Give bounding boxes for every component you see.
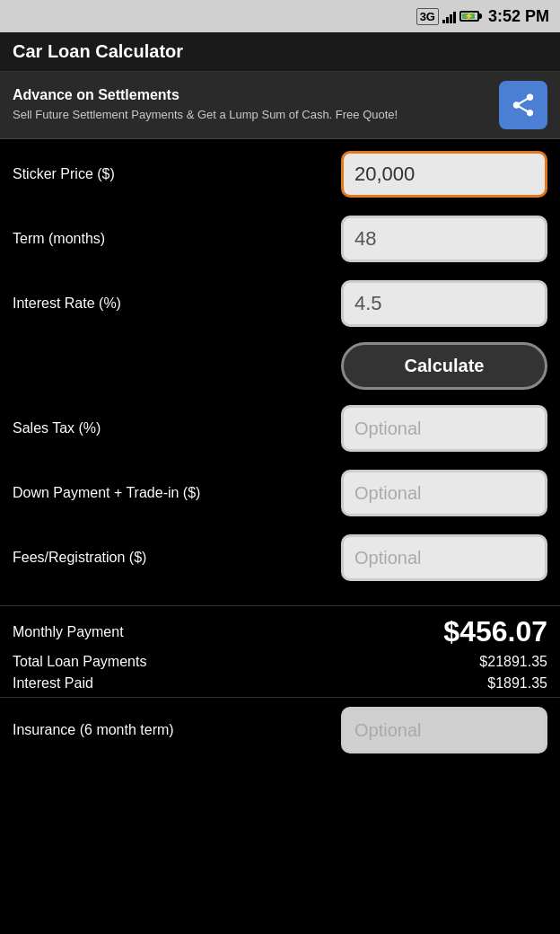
monthly-payment-row: Monthly Payment $456.07 [13, 615, 547, 648]
interest-paid-value: $1891.35 [487, 675, 547, 692]
sticker-price-label: Sticker Price ($) [13, 166, 341, 182]
ad-text-content: Advance on Settlements Sell Future Settl… [13, 87, 490, 123]
3g-icon: 3G [416, 8, 439, 25]
calculate-button[interactable]: Calculate [341, 342, 547, 390]
ad-subtitle: Sell Future Settlement Payments & Get a … [13, 107, 490, 123]
insurance-label: Insurance (6 month term) [13, 722, 341, 738]
fees-registration-label: Fees/Registration ($) [13, 550, 341, 566]
ad-banner: Advance on Settlements Sell Future Settl… [0, 72, 560, 139]
form-area: Sticker Price ($) Term (months) Interest… [0, 139, 560, 605]
total-payments-label: Total Loan Payments [13, 654, 146, 670]
fees-registration-input[interactable] [341, 534, 547, 581]
sticker-price-input[interactable] [341, 151, 547, 198]
term-row: Term (months) [13, 213, 547, 265]
sales-tax-label: Sales Tax (%) [13, 420, 341, 436]
monthly-payment-label: Monthly Payment [13, 624, 124, 640]
fees-registration-row: Fees/Registration ($) [13, 532, 547, 584]
term-label: Term (months) [13, 231, 341, 247]
down-payment-input[interactable] [341, 470, 547, 516]
sales-tax-row: Sales Tax (%) [13, 402, 547, 454]
down-payment-row: Down Payment + Trade-in ($) [13, 467, 547, 519]
insurance-input[interactable] [341, 707, 547, 753]
sticker-price-row: Sticker Price ($) [13, 148, 547, 200]
interest-paid-row: Interest Paid $1891.35 [13, 675, 547, 692]
results-area: Monthly Payment $456.07 Total Loan Payme… [0, 605, 560, 692]
status-bar: 3G ⚡ 3:52 PM [0, 0, 560, 32]
app-titlebar: Car Loan Calculator [0, 32, 560, 72]
insurance-row: Insurance (6 month term) [0, 697, 560, 762]
interest-rate-label: Interest Rate (%) [13, 295, 341, 312]
interest-paid-label: Interest Paid [13, 675, 93, 692]
interest-rate-row: Interest Rate (%) [13, 278, 547, 330]
monthly-payment-value: $456.07 [443, 615, 547, 648]
total-payments-row: Total Loan Payments $21891.35 [13, 654, 547, 670]
status-icons: 3G ⚡ 3:52 PM [416, 7, 549, 26]
total-payments-value: $21891.35 [479, 654, 547, 670]
sales-tax-input[interactable] [341, 405, 547, 452]
ad-share-button[interactable] [499, 81, 547, 129]
battery-icon: ⚡ [459, 11, 479, 22]
ad-title: Advance on Settlements [13, 87, 490, 103]
status-time: 3:52 PM [488, 7, 549, 26]
down-payment-label: Down Payment + Trade-in ($) [13, 485, 341, 501]
app-title: Car Loan Calculator [13, 41, 183, 61]
term-input[interactable] [341, 216, 547, 262]
interest-rate-input[interactable] [341, 280, 547, 327]
signal-icon [442, 9, 456, 23]
calculate-row: Calculate [13, 342, 547, 390]
share-icon [510, 92, 537, 119]
